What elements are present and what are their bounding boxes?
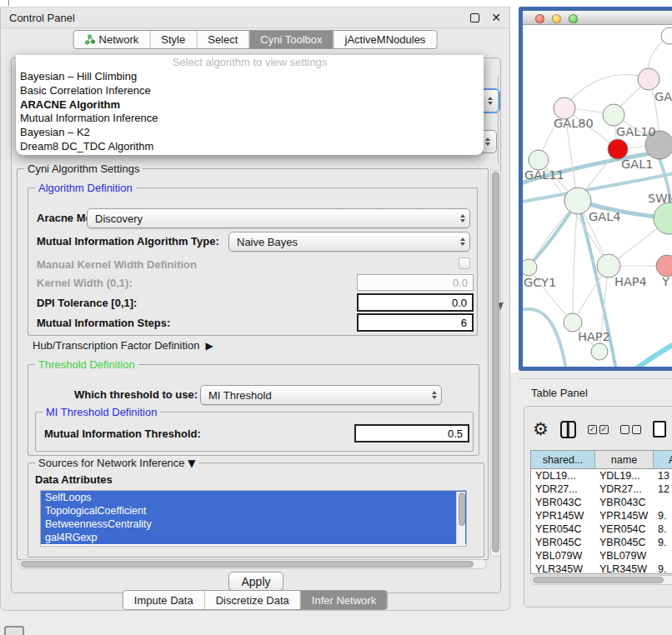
column-header-a[interactable]: A — [654, 451, 672, 468]
settings-hscroll-thumb[interactable] — [21, 561, 474, 568]
minimized-panel-icon[interactable] — [4, 626, 24, 635]
control-panel-titlebar: Control Panel ✕ — [1, 8, 509, 28]
sources-title[interactable]: Sources for Network Inference ▼ — [35, 457, 198, 469]
table-row[interactable]: YER054CYER054C8. — [531, 522, 672, 536]
node-y-partial[interactable] — [656, 255, 672, 277]
node-label-hap2: HAP2 — [578, 330, 610, 343]
tab-cyni-toolbox[interactable]: Cyni Toolbox — [248, 31, 333, 48]
node-gal-partial[interactable] — [638, 68, 659, 90]
hub-definition-expander[interactable]: Hub/Transcription Factor Definition ▶ — [33, 339, 213, 352]
node-label-y-partial: Y — [661, 275, 669, 288]
algorithm-option-basic-correlation-inference[interactable]: Basic Correlation Inference — [16, 84, 484, 98]
sources-title-text: Sources for Network Inference — [38, 457, 185, 469]
network-window-titlebar[interactable] — [523, 11, 672, 25]
which-threshold-select[interactable]: MI Threshold — [200, 385, 442, 405]
collapse-down-icon: ▼ — [188, 458, 195, 469]
data-attributes-label: Data Attributes — [35, 473, 113, 486]
data-attributes-list[interactable]: SelfLoopsTopologicalCoefficientBetweenne… — [40, 490, 467, 547]
node-gal11[interactable] — [529, 150, 549, 170]
tab-style[interactable]: Style — [149, 31, 196, 48]
checked-box-icon: ✓ — [599, 425, 609, 434]
settings-vertical-scrollbar[interactable] — [490, 170, 501, 557]
float-window-icon[interactable] — [470, 13, 479, 22]
tab-label: Infer Network — [312, 594, 376, 607]
table-row[interactable]: YBL079WYBL079W — [531, 549, 672, 562]
tab-jactivemnodules[interactable]: jActiveMNodules — [333, 31, 437, 48]
select-all-checkboxes-icon[interactable]: ✓ ✓ — [588, 425, 609, 434]
table-row[interactable]: YBR045CYBR045C9. — [531, 536, 672, 549]
node-gal10[interactable] — [603, 104, 624, 126]
aracne-mode-select[interactable]: Discovery — [87, 208, 470, 228]
table-hscroll-thumb[interactable] — [533, 577, 664, 583]
settings-gear-icon[interactable]: ⚙ — [533, 420, 549, 438]
deselect-checkboxes-icon[interactable] — [620, 425, 641, 434]
cyni-settings-title: Cyni Algorithm Settings — [24, 162, 143, 175]
tab-label: Cyni Toolbox — [260, 33, 322, 46]
kernel-width-label: Kernel Width (0,1): — [37, 277, 133, 289]
node-hap4[interactable] — [597, 254, 620, 278]
algorithm-dropdown-items: Bayesian – Hill ClimbingBasic Correlatio… — [16, 70, 484, 154]
dpi-tolerance-input[interactable]: 0.0 — [357, 293, 474, 312]
table-cell: YBR045C — [595, 536, 654, 549]
table-row[interactable]: YLR345WYLR345W9. — [531, 562, 672, 574]
mi-steps-input[interactable]: 6 — [357, 313, 474, 332]
tab-label: Style — [161, 33, 185, 46]
network-canvas[interactable]: GALGAL80GAL10GAL1GAL11SWI4GAL4GCY1HAP4YH… — [523, 26, 672, 369]
tab-label: Select — [208, 33, 238, 46]
mac-minimize-icon[interactable] — [552, 14, 561, 23]
table-row[interactable]: YPR145WYPR145W9. — [531, 509, 672, 522]
tab-select[interactable]: Select — [196, 31, 248, 48]
algorithm-dropdown-popup: Select algorithm to view settings Bayesi… — [16, 55, 484, 155]
export-table-icon[interactable] — [653, 421, 666, 438]
algorithm-option-dream8-dc-tdc-algorithm[interactable]: Dream8 DC_TDC Algorithm — [16, 140, 484, 154]
table-row[interactable]: YDL19...YDL19...13 — [531, 469, 672, 482]
algorithm-definition-title: Algorithm Definition — [35, 182, 136, 194]
spinner-icon — [456, 209, 469, 228]
list-scrollbar-thumb[interactable] — [459, 492, 465, 526]
column-header-name[interactable]: name — [595, 451, 654, 468]
algorithm-option-aracne-algorithm[interactable]: ARACNE Algorithm — [16, 98, 484, 112]
apply-button[interactable]: Apply — [228, 572, 283, 591]
kernel-width-input[interactable]: 0.0 — [357, 274, 474, 291]
node-gal4[interactable] — [564, 188, 591, 214]
table-cell: 9. — [654, 536, 672, 549]
manual-kernel-checkbox[interactable] — [459, 258, 470, 269]
attribute-item-gal4rgexp[interactable]: gal4RGexp — [41, 531, 466, 544]
which-threshold-label: Which threshold to use: — [74, 388, 198, 401]
mi-type-select[interactable]: Naive Bayes — [228, 232, 470, 252]
node-hap2[interactable] — [564, 313, 582, 332]
settings-horizontal-scrollbar[interactable] — [18, 559, 487, 569]
table-row[interactable]: YBR043CYBR043C — [531, 496, 672, 509]
algorithm-option-mutual-information-inference[interactable]: Mutual Information Inference — [16, 112, 484, 126]
algorithm-option-bayesian-hill-climbing[interactable]: Bayesian – Hill Climbing — [16, 70, 484, 84]
tab-network[interactable]: Network — [74, 31, 150, 48]
table-row[interactable]: YDR27...YDR27...12 — [531, 482, 672, 496]
tab-impute-data[interactable]: Impute Data — [123, 591, 204, 609]
mi-type-value: Naive Bayes — [237, 236, 456, 248]
bottom-tabs: Impute DataDiscretize DataInfer Network — [123, 590, 388, 610]
node-gcy1[interactable] — [523, 259, 537, 276]
node-table[interactable]: shared...nameAYDL19...YDL19...13YDR27...… — [530, 450, 672, 574]
node-gal1[interactable] — [608, 139, 628, 159]
attribute-item-betweennesscentrality[interactable]: BetweennessCentrality — [41, 518, 466, 531]
cyni-settings-group: Cyni Algorithm Settings Algorithm Defini… — [17, 168, 489, 560]
close-icon[interactable]: ✕ — [491, 13, 501, 22]
algorithm-option-bayesian-k2[interactable]: Bayesian – K2 — [16, 126, 484, 140]
tab-infer-network[interactable]: Infer Network — [300, 591, 387, 609]
mac-zoom-icon[interactable] — [569, 14, 578, 23]
mi-threshold-input[interactable]: 0.5 — [354, 424, 469, 442]
table-horizontal-scrollbar[interactable] — [530, 575, 672, 585]
attribute-item-topologicalcoefficient[interactable]: TopologicalCoefficient — [41, 504, 466, 518]
settings-vscroll-thumb[interactable] — [492, 172, 499, 552]
tab-discretize-data[interactable]: Discretize Data — [204, 591, 300, 609]
split-columns-icon[interactable] — [560, 421, 576, 438]
table-cell: YER054C — [595, 522, 654, 536]
network-view-window[interactable]: GALGAL80GAL10GAL1GAL11SWI4GAL4GCY1HAP4YH… — [519, 7, 672, 371]
list-scrollbar[interactable] — [456, 492, 465, 545]
table-cell: YDR27... — [595, 482, 654, 496]
column-header-shared[interactable]: shared... — [531, 451, 595, 468]
mac-close-icon[interactable] — [535, 14, 544, 23]
node-partial-bottom[interactable] — [591, 343, 608, 360]
table-panel: ⚙ ✓ ✓ shared...nameAYDL19...YDL19...13YD… — [524, 406, 672, 608]
attribute-item-selfloops[interactable]: SelfLoops — [41, 491, 466, 504]
